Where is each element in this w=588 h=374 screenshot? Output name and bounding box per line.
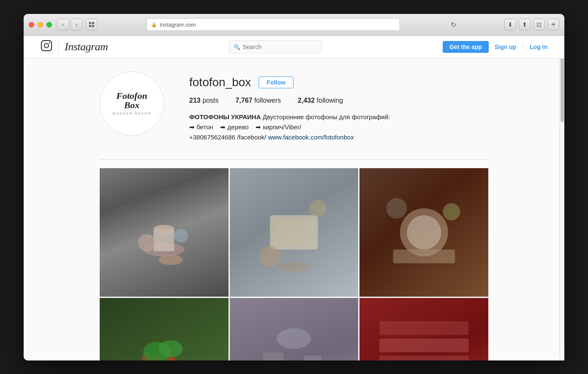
- ig-username: fotofon_box: [189, 76, 251, 89]
- address-bar[interactable]: 🔒 instagram.com: [147, 18, 400, 31]
- svg-point-9: [154, 225, 174, 233]
- svg-rect-2: [89, 25, 91, 27]
- svg-rect-1: [92, 22, 94, 24]
- posts-stat: 213 posts: [189, 97, 218, 104]
- grid-item-3[interactable]: [359, 168, 488, 297]
- close-button[interactable]: [29, 22, 34, 27]
- browser-titlebar: ‹ › 🔒 instagram.com ↻ ⬇ ⬆ ⊡: [24, 14, 564, 36]
- svg-point-16: [310, 200, 327, 217]
- grid-item-5[interactable]: [230, 298, 359, 360]
- svg-point-11: [174, 229, 188, 243]
- svg-point-6: [49, 42, 50, 43]
- svg-point-27: [159, 340, 183, 358]
- bio-line1: ФОТОФОНЫ УКРАИНА Двусторонние фотофоны д…: [189, 112, 400, 122]
- instagram-page: Instagram 🔍 Get the app Sign up | Log in: [24, 36, 564, 360]
- forward-button[interactable]: ›: [71, 19, 82, 30]
- grid-item-2[interactable]: [230, 168, 359, 297]
- ig-search-bar[interactable]: 🔍: [229, 41, 322, 53]
- logo-divider: [58, 41, 59, 52]
- followers-stat: 7,767 followers: [235, 97, 281, 104]
- ig-logo-area: Instagram: [41, 40, 108, 55]
- scrollbar[interactable]: [559, 36, 564, 360]
- signup-link[interactable]: Sign up: [495, 44, 516, 50]
- bio-title: ФОТОФОНЫ УКРАИНА: [189, 113, 261, 120]
- minimize-button[interactable]: [38, 22, 43, 27]
- search-icon: 🔍: [234, 44, 240, 50]
- ig-profile-header: FotofonBox WOODEN DECOR fotofon_box Foll…: [100, 71, 488, 142]
- svg-point-10: [138, 234, 155, 251]
- svg-point-12: [159, 255, 183, 265]
- svg-rect-22: [393, 249, 455, 263]
- avatar-logo-sub: WOODEN DECOR: [112, 112, 151, 116]
- ig-content: FotofonBox WOODEN DECOR fotofon_box Foll…: [91, 59, 497, 360]
- follow-button[interactable]: Follow: [259, 76, 293, 88]
- avatar-logo-main: FotofonBox: [116, 91, 147, 110]
- bio-line2: ➡ бетон ➡ дерево ➡ кирпич/Viber/: [189, 122, 400, 132]
- svg-point-20: [386, 198, 407, 219]
- svg-rect-36: [379, 321, 468, 335]
- bio-line3: +38067​5624686 /facebook/ www.facebook.c…: [189, 132, 400, 142]
- svg-rect-3: [92, 25, 94, 27]
- lock-icon: 🔒: [151, 22, 157, 27]
- svg-rect-4: [41, 41, 52, 51]
- add-tab-button[interactable]: +: [547, 19, 559, 30]
- address-text: instagram.com: [160, 22, 196, 28]
- back-button[interactable]: ‹: [57, 19, 69, 30]
- ig-bio: ФОТОФОНЫ УКРАИНА Двусторонние фотофоны д…: [189, 112, 400, 142]
- svg-point-19: [407, 215, 441, 249]
- instagram-camera-icon: [41, 40, 52, 55]
- get-app-button[interactable]: Get the app: [443, 41, 489, 53]
- ig-header: Instagram 🔍 Get the app Sign up | Log in: [24, 36, 564, 59]
- svg-rect-31: [304, 355, 321, 360]
- svg-rect-0: [89, 22, 91, 24]
- ig-stats-row: 213 posts 7,767 followers 2,432 followin…: [189, 97, 488, 104]
- traffic-lights: [29, 22, 52, 27]
- svg-rect-32: [379, 339, 468, 352]
- search-input[interactable]: [243, 44, 317, 50]
- header-divider: |: [522, 44, 524, 50]
- share-button[interactable]: ⬆: [519, 19, 531, 30]
- svg-point-5: [44, 44, 49, 48]
- svg-point-17: [277, 262, 311, 272]
- svg-rect-30: [263, 352, 284, 360]
- grid-item-4[interactable]: [100, 298, 229, 360]
- avatar-logo: FotofonBox WOODEN DECOR: [102, 74, 161, 133]
- ig-photo-grid: [100, 168, 488, 360]
- avatar-wrapper: FotofonBox WOODEN DECOR: [100, 71, 164, 136]
- svg-point-29: [277, 328, 311, 349]
- profile-separator: [100, 159, 488, 160]
- svg-point-21: [443, 203, 460, 221]
- nav-buttons: ‹ ›: [57, 19, 82, 30]
- instagram-wordmark: Instagram: [65, 41, 108, 53]
- grid-item-1[interactable]: [100, 168, 229, 297]
- reload-button[interactable]: ↻: [448, 19, 460, 30]
- avatar: FotofonBox WOODEN DECOR: [102, 74, 161, 133]
- reader-view-button[interactable]: ⊡: [533, 19, 545, 30]
- ig-profile-info: fotofon_box Follow 213 posts 7,767 follo…: [189, 71, 488, 142]
- svg-rect-14: [273, 218, 314, 246]
- facebook-link[interactable]: www.facebook.com/fotofonbox: [268, 134, 354, 141]
- grid-item-6[interactable]: [359, 298, 488, 360]
- maximize-button[interactable]: [46, 22, 52, 27]
- svg-rect-33: [379, 355, 468, 360]
- ig-username-row: fotofon_box Follow: [189, 76, 488, 89]
- download-button[interactable]: ⬇: [504, 19, 516, 30]
- svg-point-15: [260, 246, 280, 267]
- tab-overview-button[interactable]: [86, 19, 98, 30]
- browser-actions: ⬇ ⬆ ⊡: [504, 19, 545, 30]
- bio-desc: Двусторонние фотофоны для фотографий:: [263, 113, 390, 120]
- login-link[interactable]: Log in: [530, 44, 547, 50]
- ig-header-actions: Get the app Sign up | Log in: [443, 41, 547, 53]
- following-stat: 2,432 following: [298, 97, 343, 104]
